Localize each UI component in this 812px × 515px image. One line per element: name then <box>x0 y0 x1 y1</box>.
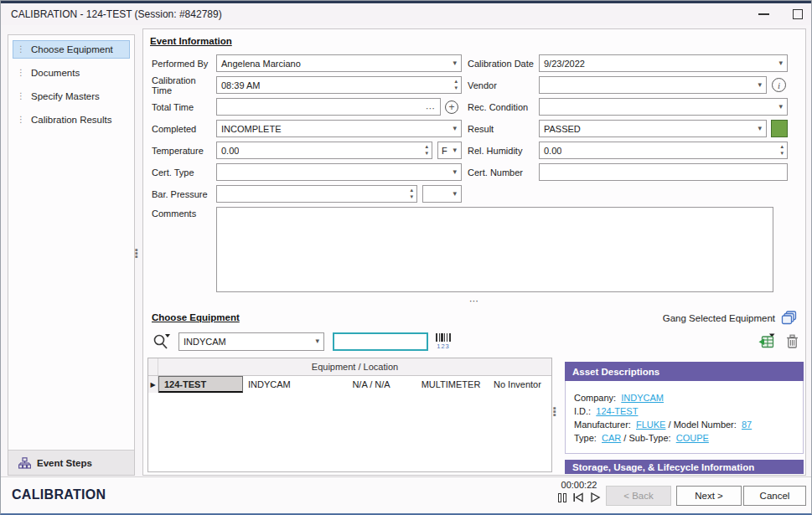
equipment-company-cell[interactable]: INDYCAM <box>243 376 329 393</box>
maximize-icon[interactable] <box>793 9 803 19</box>
temperature-label: Temperature <box>143 146 216 156</box>
chevron-down-icon[interactable]: ▾ <box>453 167 457 176</box>
skip-start-icon[interactable] <box>572 492 584 503</box>
spinner-arrows-icon[interactable]: ▴▾ <box>454 78 458 91</box>
result-combobox[interactable]: PASSED ▾ <box>539 120 767 137</box>
bar-pressure-spinner[interactable]: ▴▾ <box>216 185 417 203</box>
event-information-heading: Event Information <box>150 36 232 46</box>
company-filter-value: INDYCAM <box>179 337 226 347</box>
chevron-down-icon[interactable]: ▾ <box>778 102 783 111</box>
timer-transport-controls <box>550 492 608 503</box>
cancel-button[interactable]: Cancel <box>743 486 806 506</box>
barcode-icon[interactable]: 123 <box>436 333 451 350</box>
mode-label: CALIBRATION <box>12 487 106 502</box>
ellipsis-icon[interactable]: ⋯ <box>426 103 436 114</box>
next-button[interactable]: Next > <box>676 486 742 506</box>
choose-equipment-heading: Choose Equipment <box>152 312 240 322</box>
company-link[interactable]: INDYCAM <box>621 393 664 403</box>
performed-by-combobox[interactable]: Angelena Marciano ▾ <box>216 54 462 72</box>
model-number-link[interactable]: 87 <box>742 420 752 430</box>
rel-humidity-spinner[interactable]: 0.00 ▴▾ <box>539 142 788 159</box>
sidebar-splitter-grip[interactable]: ▪▪▪ <box>135 248 138 258</box>
chevron-down-icon[interactable]: ▾ <box>778 59 783 67</box>
grip-icon: ⋮ <box>17 45 25 54</box>
vendor-combobox[interactable]: ▾ <box>539 76 767 94</box>
equipment-location-cell[interactable]: N/A / N/A <box>329 376 413 393</box>
minimize-icon[interactable] <box>758 13 769 15</box>
spinner-arrows-icon[interactable]: ▴▾ <box>410 187 413 200</box>
asset-descriptions-panel: Asset Descriptions Company: INDYCAM I.D.… <box>565 362 804 474</box>
total-time-field[interactable]: ⋯ <box>216 98 441 116</box>
sidebar-item-specify-masters[interactable]: ⋮ Specify Masters <box>13 87 130 106</box>
company-filter-combobox[interactable]: INDYCAM ▾ <box>178 332 324 351</box>
type-link[interactable]: CAR <box>602 433 621 443</box>
calibration-date-combobox[interactable]: 9/23/2022 ▾ <box>539 54 788 72</box>
manufacturer-label: Manufacturer: <box>574 420 631 430</box>
vendor-label: Vendor <box>468 80 539 90</box>
chevron-down-icon[interactable]: ▾ <box>453 59 457 67</box>
equipment-table-header[interactable]: Equipment / Location <box>148 358 551 376</box>
spinner-arrows-icon[interactable]: ▴▾ <box>425 143 428 157</box>
sidebar-item-calibration-results[interactable]: ⋮ Calibration Results <box>13 111 130 129</box>
equipment-search-input[interactable] <box>333 332 428 351</box>
sidebar-item-documents[interactable]: ⋮ Documents <box>13 64 130 82</box>
sidebar-item-choose-equipment[interactable]: ⋮ Choose Equipment <box>13 40 130 59</box>
grip-icon: ⋮ <box>17 116 25 124</box>
equipment-actions <box>758 333 799 348</box>
temperature-unit-value: F <box>438 146 447 156</box>
rec-condition-combobox[interactable]: ▾ <box>539 98 788 116</box>
asset-type-line: Type: CAR / Sub-Type: COUPE <box>574 431 803 445</box>
import-equipment-icon[interactable] <box>758 333 776 348</box>
completed-value: INCOMPLETE <box>217 124 282 134</box>
table-row[interactable]: ▶ 124-TEST INDYCAM N/A / N/A MULTIMETER … <box>148 376 551 393</box>
chevron-down-icon[interactable]: ▾ <box>453 146 457 154</box>
row-selector-arrow-icon: ▶ <box>148 376 158 393</box>
delete-icon[interactable] <box>786 334 799 348</box>
temperature-spinner[interactable]: 0.00 ▴▾ <box>216 142 432 159</box>
completed-combobox[interactable]: INCOMPLETE ▾ <box>216 120 462 137</box>
calibration-time-label: Calibration Time <box>143 75 216 95</box>
event-steps-button[interactable]: Event Steps <box>8 450 134 475</box>
gang-selected-equipment[interactable]: Gang Selected Equipment <box>663 311 797 325</box>
sidebar-item-label: Calibration Results <box>31 115 112 125</box>
manufacturer-link[interactable]: FLUKE <box>636 420 665 430</box>
bar-pressure-unit-combobox[interactable]: ▾ <box>422 185 462 203</box>
equipment-table: Equipment / Location ▶ 124-TEST INDYCAM … <box>147 358 552 472</box>
event-steps-label: Event Steps <box>37 458 92 468</box>
asset-company-line: Company: INDYCAM <box>574 391 803 404</box>
chevron-down-icon[interactable]: ▾ <box>758 80 762 89</box>
cert-number-label: Cert. Number <box>468 167 539 178</box>
cert-type-combobox[interactable]: ▾ <box>216 163 462 181</box>
chevron-down-icon[interactable]: ▾ <box>453 124 457 132</box>
event-information-form: Performed By Angelena Marciano ▾ Calibra… <box>143 54 805 292</box>
temperature-unit-combobox[interactable]: F ▾ <box>437 142 462 159</box>
search-icon[interactable] <box>152 332 173 352</box>
spinner-arrows-icon[interactable]: ▴▾ <box>780 143 784 157</box>
completed-label: Completed <box>143 124 216 134</box>
equipment-id-cell[interactable]: 124-TEST <box>158 376 243 393</box>
comments-textarea[interactable] <box>216 207 773 292</box>
info-icon[interactable]: i <box>772 78 786 92</box>
equipment-type-cell[interactable]: MULTIMETER <box>413 376 489 393</box>
equipment-inventory-cell[interactable]: No Inventor <box>489 376 551 393</box>
id-link[interactable]: 124-TEST <box>596 406 638 416</box>
calibration-time-spinner[interactable]: 08:39 AM ▴▾ <box>216 76 462 94</box>
add-icon[interactable]: + <box>445 100 458 114</box>
asset-id-line: I.D.: 124-TEST <box>574 404 803 418</box>
id-label: I.D.: <box>574 406 591 416</box>
play-icon[interactable] <box>590 492 601 503</box>
model-number-label: / Model Number: <box>669 420 737 430</box>
pause-icon[interactable] <box>558 493 566 502</box>
asset-panel-splitter-grip[interactable]: ▪▪▪ <box>553 406 556 416</box>
performed-by-value: Angelena Marciano <box>217 59 301 69</box>
subtype-link[interactable]: COUPE <box>676 433 709 443</box>
chevron-down-icon[interactable]: ▾ <box>453 189 457 198</box>
horizontal-splitter-grip[interactable]: ⋯ <box>143 296 805 306</box>
equipment-search-toolbar: INDYCAM ▾ 123 <box>152 331 451 353</box>
barcode-digits: 123 <box>437 342 450 350</box>
back-button[interactable]: < Back <box>606 486 671 506</box>
asset-manufacturer-line: Manufacturer: FLUKE / Model Number: 87 <box>574 418 803 431</box>
chevron-down-icon[interactable]: ▾ <box>758 124 762 132</box>
chevron-down-icon[interactable]: ▾ <box>315 337 319 345</box>
cert-number-field[interactable] <box>539 163 788 181</box>
